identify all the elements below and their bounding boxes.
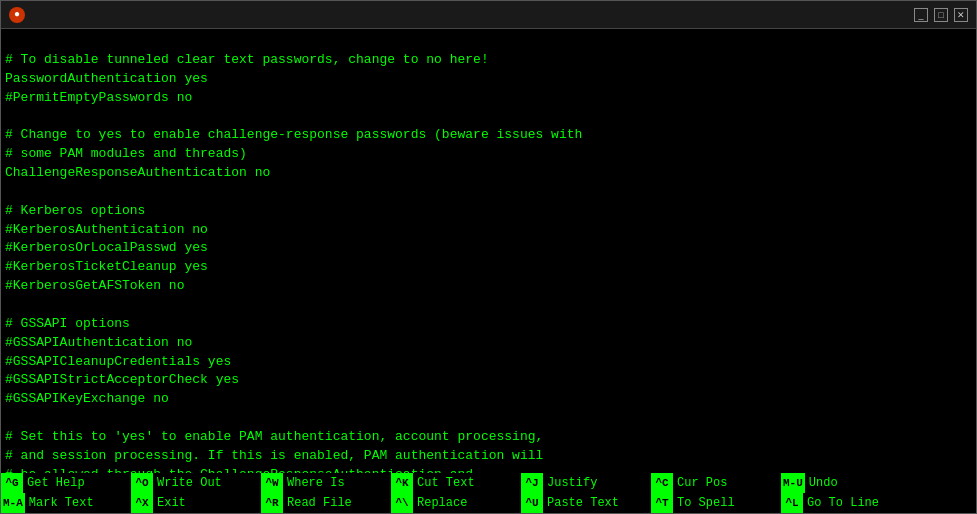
shortcut-key: ^W [261, 473, 283, 493]
shortcut-label: Cut Text [413, 473, 479, 493]
footer-shortcut: ^RRead File [261, 493, 391, 513]
footer-shortcut: ^CCur Pos [651, 473, 781, 493]
footer-shortcut: ^KCut Text [391, 473, 521, 493]
shortcut-key: M-A [1, 493, 25, 513]
shortcut-label: Get Help [23, 473, 89, 493]
shortcut-key: ^J [521, 473, 543, 493]
shortcut-label: Justify [543, 473, 601, 493]
shortcut-label: Replace [413, 493, 471, 513]
footer-shortcut: M-UUndo [781, 473, 911, 493]
shortcut-key: ^U [521, 493, 543, 513]
shortcut-label: Undo [805, 473, 842, 493]
footer-shortcut: ^LGo To Line [781, 493, 911, 513]
shortcut-key: ^O [131, 473, 153, 493]
shortcut-label: To Spell [673, 493, 739, 513]
footer-shortcut: ^TTo Spell [651, 493, 781, 513]
close-button[interactable]: ✕ [954, 8, 968, 22]
shortcut-label: Read File [283, 493, 356, 513]
shortcut-key: ^X [131, 493, 153, 513]
footer-shortcut: ^\Replace [391, 493, 521, 513]
shortcut-label: Where Is [283, 473, 349, 493]
footer-shortcut: ^UPaste Text [521, 493, 651, 513]
nano-header [1, 29, 976, 49]
nano-footer: ^GGet Help^OWrite Out^WWhere Is^KCut Tex… [1, 473, 976, 513]
footer-shortcut: ^JJustify [521, 473, 651, 493]
title-bar: ● _ □ ✕ [1, 1, 976, 29]
footer-shortcut: ^XExit [131, 493, 261, 513]
minimize-button[interactable]: _ [914, 8, 928, 22]
shortcut-key: ^R [261, 493, 283, 513]
shortcut-label: Mark Text [25, 493, 98, 513]
shortcut-key: ^T [651, 493, 673, 513]
shortcut-key: M-U [781, 473, 805, 493]
shortcut-label: Cur Pos [673, 473, 731, 493]
editor-content[interactable]: # To disable tunneled clear text passwor… [1, 49, 976, 473]
terminal-window: ● _ □ ✕ # To disable tunneled clear text… [0, 0, 977, 514]
shortcut-label: Go To Line [803, 493, 883, 513]
shortcut-label: Exit [153, 493, 190, 513]
footer-shortcut: M-AMark Text [1, 493, 131, 513]
shortcut-key: ^L [781, 493, 803, 513]
maximize-button[interactable]: □ [934, 8, 948, 22]
footer-shortcut: ^GGet Help [1, 473, 131, 493]
window-controls[interactable]: _ □ ✕ [914, 8, 968, 22]
shortcut-key: ^K [391, 473, 413, 493]
footer-shortcut: ^OWrite Out [131, 473, 261, 493]
window-icon: ● [9, 7, 25, 23]
shortcut-label: Write Out [153, 473, 226, 493]
shortcut-label: Paste Text [543, 493, 623, 513]
shortcut-key: ^C [651, 473, 673, 493]
shortcut-key: ^G [1, 473, 23, 493]
shortcut-key: ^\ [391, 493, 413, 513]
footer-shortcut: ^WWhere Is [261, 473, 391, 493]
